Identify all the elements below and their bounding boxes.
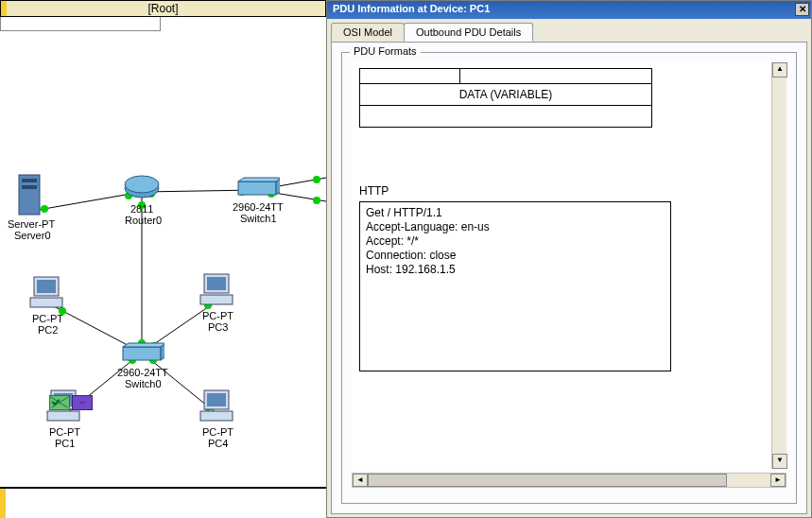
device-pc3[interactable] bbox=[199, 272, 236, 308]
scroll-down-icon[interactable]: ▼ bbox=[772, 454, 787, 469]
switch-icon bbox=[236, 176, 280, 200]
svg-rect-40 bbox=[30, 298, 62, 307]
device-switch0[interactable] bbox=[121, 341, 164, 366]
svg-point-31 bbox=[125, 176, 159, 193]
tab-osi-model[interactable]: OSI Model bbox=[331, 23, 405, 42]
svg-rect-28 bbox=[22, 179, 37, 182]
svg-rect-43 bbox=[200, 295, 233, 304]
router-icon bbox=[123, 173, 161, 201]
svg-rect-29 bbox=[22, 185, 37, 189]
pdu-scroll-area: DATA (VARIABLE) HTTP Get / HTTP/1.1 Acce… bbox=[352, 62, 786, 469]
device-server0[interactable] bbox=[17, 173, 45, 218]
vertical-scrollbar[interactable]: ▲ ▼ bbox=[771, 62, 786, 469]
tab-outbound-pdu[interactable]: Outbound PDU Details bbox=[404, 23, 533, 42]
svg-rect-35 bbox=[123, 347, 161, 360]
http-box: Get / HTTP/1.1 Accept-Language: en-us Ac… bbox=[359, 201, 671, 371]
label-switch0-l1: 2960-24TT bbox=[117, 367, 168, 378]
label-pc2-l2: PC2 bbox=[38, 324, 58, 336]
fieldset-legend: PDU Formats bbox=[350, 45, 421, 57]
tab-outbound-label: Outbound PDU Details bbox=[416, 26, 521, 38]
svg-rect-32 bbox=[238, 181, 276, 195]
horizontal-scrollbar[interactable]: ◄ ► bbox=[352, 473, 786, 488]
tab-osi-label: OSI Model bbox=[343, 26, 392, 38]
pdu-face-icon[interactable]: •• bbox=[72, 395, 93, 410]
scroll-thumb[interactable] bbox=[368, 474, 727, 487]
close-icon[interactable]: ✕ bbox=[795, 3, 809, 16]
pdu-envelope-icon[interactable] bbox=[49, 395, 70, 410]
label-pc3-l1: PC-PT bbox=[202, 310, 233, 321]
data-variable-box: DATA (VARIABLE) bbox=[359, 68, 652, 128]
topology-pane: [Root] bbox=[0, 0, 326, 518]
server-icon bbox=[17, 173, 45, 218]
label-pc4-l1: PC-PT bbox=[202, 426, 233, 438]
svg-rect-39 bbox=[37, 280, 56, 293]
device-switch1[interactable] bbox=[236, 176, 280, 200]
root-title: [Root] bbox=[147, 2, 178, 15]
bottom-strip bbox=[0, 487, 326, 518]
label-switch1-l2: Switch1 bbox=[240, 213, 277, 224]
svg-marker-36 bbox=[123, 343, 164, 347]
svg-point-13 bbox=[313, 176, 320, 183]
root-header: [Root] bbox=[0, 0, 326, 17]
label-switch0-l2: Switch0 bbox=[125, 378, 162, 389]
svg-rect-46 bbox=[47, 411, 79, 421]
pdu-panel: PDU Information at Device: PC1 ✕ OSI Mod… bbox=[326, 0, 812, 518]
tab-body: PDU Formats DATA (VARIABLE) HTTP Get / H… bbox=[331, 42, 807, 514]
label-pc4-l2: PC4 bbox=[208, 438, 228, 449]
label-server0-l2: Server0 bbox=[14, 230, 51, 241]
scroll-right-icon[interactable]: ► bbox=[770, 474, 786, 487]
label-switch1-l1: 2960-24TT bbox=[233, 201, 284, 213]
label-server0-l1: Server-PT bbox=[8, 218, 55, 230]
pdu-tabs: OSI Model Outbound PDU Details bbox=[327, 19, 811, 42]
topology-canvas[interactable]: Server-PT Server0 2811 Router0 2960-24TT… bbox=[0, 31, 326, 486]
pdu-titlebar[interactable]: PDU Information at Device: PC1 ✕ bbox=[327, 1, 811, 19]
pdu-title: PDU Information at Device: PC1 bbox=[333, 3, 490, 14]
svg-point-14 bbox=[313, 197, 320, 204]
root-tab[interactable] bbox=[0, 17, 161, 31]
device-router0[interactable] bbox=[123, 173, 161, 201]
switch-icon bbox=[121, 341, 164, 366]
device-pc2[interactable] bbox=[28, 275, 66, 311]
label-pc1-l2: PC1 bbox=[55, 438, 75, 449]
label-router0-l2: Router0 bbox=[125, 215, 162, 226]
svg-marker-33 bbox=[238, 178, 280, 181]
scroll-up-icon[interactable]: ▲ bbox=[772, 62, 787, 78]
data-variable-label: DATA (VARIABLE) bbox=[360, 84, 651, 106]
http-section: HTTP Get / HTTP/1.1 Accept-Language: en-… bbox=[359, 184, 768, 371]
http-title: HTTP bbox=[359, 184, 768, 198]
pc-icon bbox=[199, 388, 236, 424]
pc-icon bbox=[28, 275, 66, 311]
label-pc1-l1: PC-PT bbox=[49, 426, 80, 438]
label-router0-l1: 2811 bbox=[130, 203, 153, 215]
svg-rect-42 bbox=[207, 277, 226, 290]
label-pc2-l1: PC-PT bbox=[32, 313, 63, 324]
label-pc3-l2: PC3 bbox=[208, 321, 228, 333]
svg-rect-48 bbox=[207, 393, 226, 406]
device-pc4[interactable] bbox=[199, 388, 236, 424]
pdu-formats-fieldset: PDU Formats DATA (VARIABLE) HTTP Get / H… bbox=[341, 52, 797, 504]
pc-icon bbox=[199, 272, 236, 308]
svg-rect-49 bbox=[200, 411, 233, 421]
pdu-content: DATA (VARIABLE) HTTP Get / HTTP/1.1 Acce… bbox=[352, 62, 775, 469]
scroll-left-icon[interactable]: ◄ bbox=[353, 474, 368, 487]
